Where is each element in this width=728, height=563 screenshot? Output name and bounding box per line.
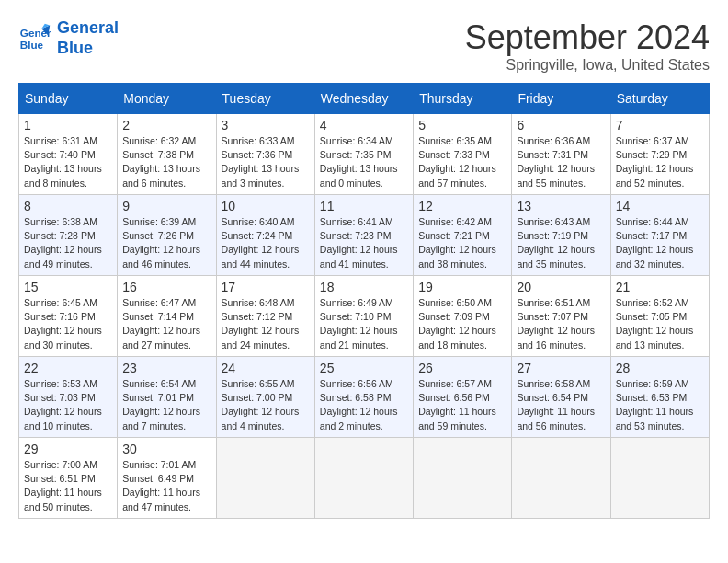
- calendar-cell: 5Sunrise: 6:35 AMSunset: 7:33 PMDaylight…: [414, 114, 512, 195]
- day-info: Sunrise: 6:56 AMSunset: 6:58 PMDaylight:…: [320, 377, 408, 433]
- day-number: 13: [517, 199, 605, 213]
- day-number: 5: [418, 118, 506, 132]
- day-info: Sunrise: 6:58 AMSunset: 6:54 PMDaylight:…: [517, 377, 605, 433]
- page-header: General Blue General Blue September 2024…: [18, 18, 710, 74]
- calendar-cell: 8Sunrise: 6:38 AMSunset: 7:28 PMDaylight…: [19, 195, 118, 276]
- logo-icon: General Blue: [18, 22, 51, 55]
- day-number: 4: [320, 118, 408, 132]
- logo-text: General Blue: [57, 18, 119, 58]
- day-number: 21: [616, 280, 704, 294]
- calendar-cell: 13Sunrise: 6:43 AMSunset: 7:19 PMDayligh…: [512, 195, 610, 276]
- day-number: 27: [517, 361, 605, 375]
- day-number: 16: [122, 280, 210, 294]
- calendar-cell: 18Sunrise: 6:49 AMSunset: 7:10 PMDayligh…: [314, 276, 413, 357]
- weekday-saturday: Saturday: [610, 84, 709, 114]
- location-subtitle: Springville, Iowa, United States: [465, 57, 710, 74]
- calendar-cell: 25Sunrise: 6:56 AMSunset: 6:58 PMDayligh…: [314, 357, 413, 438]
- calendar-cell: [512, 438, 610, 519]
- day-info: Sunrise: 6:55 AMSunset: 7:00 PMDaylight:…: [222, 377, 310, 433]
- week-row-3: 15Sunrise: 6:45 AMSunset: 7:16 PMDayligh…: [19, 276, 710, 357]
- calendar-cell: [216, 438, 314, 519]
- weekday-tuesday: Tuesday: [216, 84, 314, 114]
- day-number: 28: [616, 361, 704, 375]
- day-info: Sunrise: 6:48 AMSunset: 7:12 PMDaylight:…: [222, 296, 310, 352]
- day-number: 7: [616, 118, 704, 132]
- calendar-cell: 19Sunrise: 6:50 AMSunset: 7:09 PMDayligh…: [414, 276, 512, 357]
- day-number: 9: [122, 199, 210, 213]
- day-number: 14: [616, 199, 704, 213]
- week-row-5: 29Sunrise: 7:00 AMSunset: 6:51 PMDayligh…: [19, 438, 710, 519]
- day-number: 10: [222, 199, 310, 213]
- day-number: 20: [517, 280, 605, 294]
- calendar-cell: 24Sunrise: 6:55 AMSunset: 7:00 PMDayligh…: [216, 357, 314, 438]
- calendar-cell: 26Sunrise: 6:57 AMSunset: 6:56 PMDayligh…: [414, 357, 512, 438]
- week-row-1: 1Sunrise: 6:31 AMSunset: 7:40 PMDaylight…: [19, 114, 710, 195]
- day-info: Sunrise: 6:31 AMSunset: 7:40 PMDaylight:…: [24, 134, 112, 190]
- day-number: 25: [320, 361, 408, 375]
- day-number: 23: [122, 361, 210, 375]
- day-number: 1: [24, 118, 112, 132]
- day-info: Sunrise: 6:32 AMSunset: 7:38 PMDaylight:…: [122, 134, 210, 190]
- day-info: Sunrise: 6:43 AMSunset: 7:19 PMDaylight:…: [517, 215, 605, 271]
- day-number: 17: [222, 280, 310, 294]
- day-info: Sunrise: 7:01 AMSunset: 6:49 PMDaylight:…: [122, 458, 210, 514]
- calendar-cell: 10Sunrise: 6:40 AMSunset: 7:24 PMDayligh…: [216, 195, 314, 276]
- month-title: September 2024: [465, 18, 710, 57]
- weekday-header-row: SundayMondayTuesdayWednesdayThursdayFrid…: [19, 84, 710, 114]
- day-number: 18: [320, 280, 408, 294]
- day-info: Sunrise: 6:49 AMSunset: 7:10 PMDaylight:…: [320, 296, 408, 352]
- calendar-cell: 20Sunrise: 6:51 AMSunset: 7:07 PMDayligh…: [512, 276, 610, 357]
- day-info: Sunrise: 6:47 AMSunset: 7:14 PMDaylight:…: [122, 296, 210, 352]
- calendar-cell: 12Sunrise: 6:42 AMSunset: 7:21 PMDayligh…: [414, 195, 512, 276]
- day-info: Sunrise: 6:45 AMSunset: 7:16 PMDaylight:…: [24, 296, 112, 352]
- day-info: Sunrise: 6:57 AMSunset: 6:56 PMDaylight:…: [418, 377, 506, 433]
- logo-line2: Blue: [57, 39, 93, 57]
- day-number: 11: [320, 199, 408, 213]
- day-number: 8: [24, 199, 112, 213]
- calendar-cell: 11Sunrise: 6:41 AMSunset: 7:23 PMDayligh…: [314, 195, 413, 276]
- calendar-cell: [314, 438, 413, 519]
- day-number: 19: [418, 280, 506, 294]
- day-number: 15: [24, 280, 112, 294]
- day-info: Sunrise: 6:44 AMSunset: 7:17 PMDaylight:…: [616, 215, 704, 271]
- weekday-wednesday: Wednesday: [314, 84, 413, 114]
- weekday-monday: Monday: [118, 84, 216, 114]
- day-number: 12: [418, 199, 506, 213]
- calendar-cell: 27Sunrise: 6:58 AMSunset: 6:54 PMDayligh…: [512, 357, 610, 438]
- day-info: Sunrise: 6:35 AMSunset: 7:33 PMDaylight:…: [418, 134, 506, 190]
- day-number: 24: [222, 361, 310, 375]
- day-info: Sunrise: 6:59 AMSunset: 6:53 PMDaylight:…: [616, 377, 704, 433]
- day-number: 2: [122, 118, 210, 132]
- day-info: Sunrise: 6:38 AMSunset: 7:28 PMDaylight:…: [24, 215, 112, 271]
- svg-text:Blue: Blue: [20, 38, 44, 50]
- day-info: Sunrise: 6:40 AMSunset: 7:24 PMDaylight:…: [222, 215, 310, 271]
- day-number: 22: [24, 361, 112, 375]
- day-info: Sunrise: 6:36 AMSunset: 7:31 PMDaylight:…: [517, 134, 605, 190]
- calendar-cell: 30Sunrise: 7:01 AMSunset: 6:49 PMDayligh…: [118, 438, 216, 519]
- day-info: Sunrise: 6:34 AMSunset: 7:35 PMDaylight:…: [320, 134, 408, 190]
- day-info: Sunrise: 6:54 AMSunset: 7:01 PMDaylight:…: [122, 377, 210, 433]
- weekday-thursday: Thursday: [414, 84, 512, 114]
- day-info: Sunrise: 7:00 AMSunset: 6:51 PMDaylight:…: [24, 458, 112, 514]
- calendar-cell: 15Sunrise: 6:45 AMSunset: 7:16 PMDayligh…: [19, 276, 118, 357]
- day-number: 26: [418, 361, 506, 375]
- calendar-cell: 4Sunrise: 6:34 AMSunset: 7:35 PMDaylight…: [314, 114, 413, 195]
- calendar-cell: 6Sunrise: 6:36 AMSunset: 7:31 PMDaylight…: [512, 114, 610, 195]
- calendar-cell: 9Sunrise: 6:39 AMSunset: 7:26 PMDaylight…: [118, 195, 216, 276]
- week-row-4: 22Sunrise: 6:53 AMSunset: 7:03 PMDayligh…: [19, 357, 710, 438]
- day-number: 6: [517, 118, 605, 132]
- calendar-cell: 22Sunrise: 6:53 AMSunset: 7:03 PMDayligh…: [19, 357, 118, 438]
- day-info: Sunrise: 6:41 AMSunset: 7:23 PMDaylight:…: [320, 215, 408, 271]
- week-row-2: 8Sunrise: 6:38 AMSunset: 7:28 PMDaylight…: [19, 195, 710, 276]
- logo: General Blue General Blue: [18, 18, 119, 58]
- day-number: 29: [24, 442, 112, 456]
- weekday-sunday: Sunday: [19, 84, 118, 114]
- calendar-cell: 3Sunrise: 6:33 AMSunset: 7:36 PMDaylight…: [216, 114, 314, 195]
- calendar-table: SundayMondayTuesdayWednesdayThursdayFrid…: [18, 83, 710, 519]
- day-info: Sunrise: 6:37 AMSunset: 7:29 PMDaylight:…: [616, 134, 704, 190]
- calendar-cell: 28Sunrise: 6:59 AMSunset: 6:53 PMDayligh…: [610, 357, 709, 438]
- calendar-cell: [610, 438, 709, 519]
- calendar-cell: 29Sunrise: 7:00 AMSunset: 6:51 PMDayligh…: [19, 438, 118, 519]
- calendar-cell: 23Sunrise: 6:54 AMSunset: 7:01 PMDayligh…: [118, 357, 216, 438]
- logo-line1: General: [57, 18, 119, 37]
